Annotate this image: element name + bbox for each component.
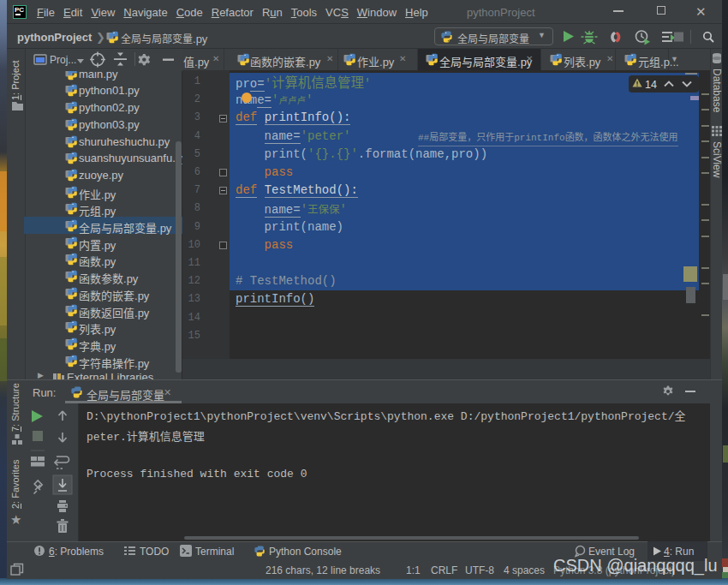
svg-text:Proj...: Proj... <box>50 54 76 66</box>
svg-text:14: 14 <box>645 79 657 91</box>
